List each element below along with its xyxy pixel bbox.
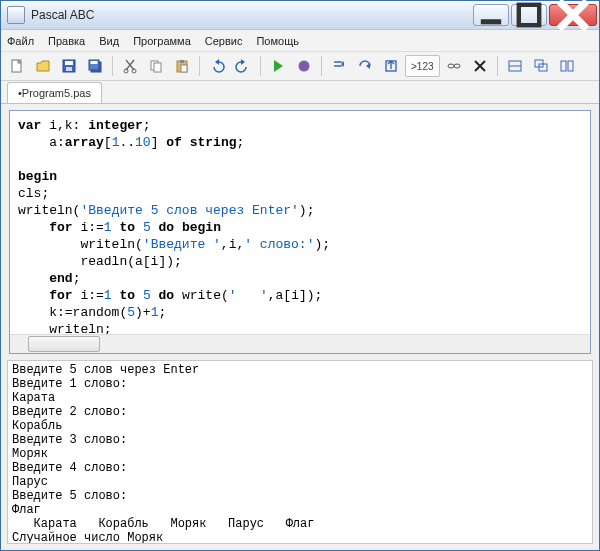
window-cascade-button[interactable]	[529, 54, 553, 78]
scrollbar-thumb[interactable]	[28, 336, 100, 352]
svg-point-21	[454, 64, 460, 68]
svg-rect-16	[180, 60, 184, 63]
menu-help[interactable]: Помощь	[256, 35, 299, 47]
svg-rect-6	[65, 61, 73, 65]
step-over-button[interactable]	[353, 54, 377, 78]
svg-point-18	[299, 61, 310, 72]
tab-bar: •Program5.pas	[1, 81, 599, 104]
new-file-button[interactable]	[5, 54, 29, 78]
svg-point-20	[448, 64, 454, 68]
svg-rect-10	[91, 61, 98, 64]
svg-rect-17	[181, 65, 187, 72]
step-into-button[interactable]	[327, 54, 351, 78]
save-button[interactable]	[57, 54, 81, 78]
stop-button[interactable]	[292, 54, 316, 78]
copy-button[interactable]	[144, 54, 168, 78]
menu-program[interactable]: Программа	[133, 35, 191, 47]
app-window: Pascal ABC Файл Правка Вид Программа Сер…	[0, 0, 600, 551]
svg-rect-14	[154, 63, 161, 72]
window-arrange-button[interactable]	[555, 54, 579, 78]
window-tile-button[interactable]	[503, 54, 527, 78]
menu-edit[interactable]: Правка	[48, 35, 85, 47]
output-panel[interactable]: Введите 5 слов через Enter Введите 1 сло…	[7, 360, 593, 544]
watch-button[interactable]	[442, 54, 466, 78]
run-button[interactable]	[266, 54, 290, 78]
cut-button[interactable]	[118, 54, 142, 78]
save-all-button[interactable]	[83, 54, 107, 78]
menu-service[interactable]: Сервис	[205, 35, 243, 47]
redo-button[interactable]	[231, 54, 255, 78]
window-title: Pascal ABC	[31, 8, 471, 22]
horizontal-scrollbar[interactable]	[10, 334, 590, 353]
menu-file[interactable]: Файл	[7, 35, 34, 47]
open-file-button[interactable]	[31, 54, 55, 78]
undo-button[interactable]	[205, 54, 229, 78]
window-controls	[471, 4, 597, 26]
close-button[interactable]	[549, 4, 597, 26]
paste-button[interactable]	[170, 54, 194, 78]
step-out-button[interactable]	[379, 54, 403, 78]
code-editor[interactable]: var i,k: integer; a:array[1..10] of stri…	[10, 111, 590, 334]
svg-rect-28	[561, 61, 566, 71]
maximize-button[interactable]	[511, 4, 547, 26]
menu-view[interactable]: Вид	[99, 35, 119, 47]
app-icon	[7, 6, 25, 24]
svg-rect-29	[568, 61, 573, 71]
editor-panel: var i,k: integer; a:array[1..10] of stri…	[9, 110, 591, 354]
svg-rect-1	[519, 5, 539, 25]
menu-bar: Файл Правка Вид Программа Сервис Помощь	[1, 30, 599, 52]
svg-rect-7	[66, 67, 72, 71]
title-bar[interactable]: Pascal ABC	[1, 1, 599, 30]
minimize-button[interactable]	[473, 4, 509, 26]
file-tab[interactable]: •Program5.pas	[7, 82, 102, 103]
toolbar: >123	[1, 52, 599, 81]
eval-text-button[interactable]: >123	[405, 55, 440, 77]
breakpoint-clear-button[interactable]	[468, 54, 492, 78]
